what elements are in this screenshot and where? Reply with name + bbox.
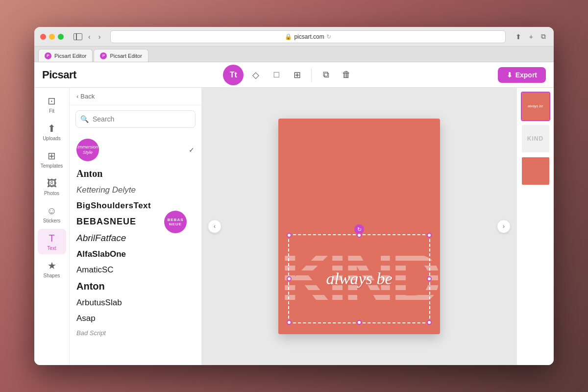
back-button[interactable]: ‹ Back xyxy=(76,93,95,100)
font-list-item-amatic[interactable]: AmaticSC xyxy=(70,262,201,278)
sidebar-item-templates-label: Templates xyxy=(41,163,63,169)
tab-1-label: Picsart Editor xyxy=(54,53,86,59)
back-browser-button[interactable]: ‹ xyxy=(86,32,93,42)
text-tool-button[interactable]: Tt xyxy=(223,65,244,85)
font-panel: ‹ Back 🔍 ImmersionStyle ✓ xyxy=(70,88,202,365)
lock-icon: 🔒 xyxy=(285,33,292,40)
traffic-lights xyxy=(40,34,64,40)
app-wrapper: Picsart Tt ◇ □ ⊞ ⧉ 🗑 ⬇ Export xyxy=(34,62,554,365)
browser-window: ‹ › 🔒 picsart.com ↻ ⬆ + ⧉ P Picsart Edit… xyxy=(34,27,554,365)
thumb-kind-preview: KIND xyxy=(522,125,549,152)
tab-overview-button[interactable]: ⧉ xyxy=(539,31,548,42)
font-list-item-anton[interactable]: Anton xyxy=(70,165,201,182)
sidebar-item-stickers-label: Stickers xyxy=(43,218,61,223)
selection-box: ↻ always be xyxy=(288,234,430,323)
main-content: ⊡ Fit ⬆ Uploads ⊞ Templates 🖼 Photos ☺ xyxy=(34,88,554,365)
font-name-label: AlfaSlabOne xyxy=(76,249,126,259)
shapes-icon: ★ xyxy=(48,260,56,271)
icon-sidebar: ⊡ Fit ⬆ Uploads ⊞ Templates 🖼 Photos ☺ xyxy=(34,88,70,365)
font-name-label: AbrilFatface xyxy=(76,233,126,244)
font-list: ImmersionStyle ✓ Anton Kettering Delyte xyxy=(70,133,201,365)
canvas-area: ‹ KIND ↻ xyxy=(202,88,516,365)
font-name-label: BEBASNEUE xyxy=(76,217,136,227)
always-be-text: always be xyxy=(326,270,392,288)
sidebar-item-fit[interactable]: ⊡ Fit xyxy=(38,92,66,117)
duplicate-tool-button[interactable]: ⧉ xyxy=(318,67,334,83)
sidebar-item-shapes-label: Shapes xyxy=(44,273,60,278)
thumb-coral-preview xyxy=(522,157,549,185)
panel-thumb-1[interactable]: always be xyxy=(521,92,550,121)
layers-tool-button[interactable]: ⊞ xyxy=(289,67,305,83)
back-chevron-icon: ‹ xyxy=(76,93,78,100)
browser-titlebar: ‹ › 🔒 picsart.com ↻ ⬆ + ⧉ xyxy=(34,27,554,47)
toolbar-separator xyxy=(311,68,312,82)
font-list-item-bebas[interactable]: BEBASNEUE BEBASNEUE xyxy=(70,214,201,230)
sidebar-item-stickers[interactable]: ☺ Stickers xyxy=(38,201,66,227)
chevron-right-icon: › xyxy=(503,223,505,230)
uploads-icon: ⬆ xyxy=(48,122,56,134)
font-list-item-bigshoulders[interactable]: BigShouldersText xyxy=(70,198,201,214)
font-panel-header: ‹ Back xyxy=(70,88,201,105)
sidebar-item-uploads[interactable]: ⬆ Uploads xyxy=(38,119,66,145)
header-toolbar: Tt ◇ □ ⊞ ⧉ 🗑 xyxy=(86,65,492,85)
font-list-item-arbutus[interactable]: ArbutusSlab xyxy=(70,295,201,311)
font-list-item[interactable]: ImmersionStyle ✓ xyxy=(70,135,201,165)
canvas-card[interactable]: KIND ↻ al xyxy=(278,119,440,334)
minimize-button[interactable] xyxy=(49,34,55,40)
close-button[interactable] xyxy=(40,34,46,40)
font-list-item-asap[interactable]: Asap xyxy=(70,311,201,326)
share-browser-button[interactable]: ⬆ xyxy=(514,32,523,42)
refresh-icon: ↻ xyxy=(326,33,331,40)
sidebar-item-text-label: Text xyxy=(47,245,56,251)
shape-tool-button[interactable]: □ xyxy=(268,67,285,83)
picsart-logo: Picsart xyxy=(42,69,76,81)
tab-bar: P Picsart Editor P Picsart Editor xyxy=(34,47,554,62)
tab-2[interactable]: P Picsart Editor xyxy=(94,49,148,62)
address-bar[interactable]: 🔒 picsart.com ↻ xyxy=(110,30,505,43)
panel-thumb-2[interactable]: KIND xyxy=(521,124,550,153)
fit-icon: ⊡ xyxy=(48,95,56,107)
text-icon: T xyxy=(49,233,54,244)
font-name-label: Kettering Delyte xyxy=(76,185,136,195)
sidebar-item-photos-label: Photos xyxy=(44,191,59,196)
export-button[interactable]: ⬇ Export xyxy=(498,67,546,83)
font-list-item-alfa[interactable]: AlfaSlabOne xyxy=(70,246,201,262)
tab-1[interactable]: P Picsart Editor xyxy=(38,49,93,62)
sidebar-item-templates[interactable]: ⊞ Templates xyxy=(38,147,66,172)
header-right: ⬇ Export xyxy=(498,67,546,83)
browser-controls: ‹ › xyxy=(72,32,102,42)
font-name-label: Anton xyxy=(76,281,105,292)
download-icon: ⬇ xyxy=(507,71,513,79)
thumb-always-be-preview: always be xyxy=(522,93,549,120)
picsart-tab-icon-2: P xyxy=(100,52,107,59)
font-name-label: BigShouldersText xyxy=(76,201,151,211)
app-header: Picsart Tt ◇ □ ⊞ ⧉ 🗑 ⬇ Export xyxy=(34,62,554,88)
sidebar-item-fit-label: Fit xyxy=(49,108,54,114)
sidebar-toggle-icon xyxy=(74,33,82,40)
right-panel: always be KIND xyxy=(516,88,554,365)
tab-2-label: Picsart Editor xyxy=(110,53,142,59)
search-icon: 🔍 xyxy=(80,115,89,123)
sidebar-item-shapes[interactable]: ★ Shapes xyxy=(38,256,66,282)
search-input[interactable] xyxy=(75,110,196,128)
forward-browser-button[interactable]: › xyxy=(97,32,103,42)
canvas-prev-button[interactable]: ‹ xyxy=(208,220,221,233)
new-tab-button[interactable]: + xyxy=(527,32,535,42)
font-list-item-abril[interactable]: AbrilFatface xyxy=(70,230,201,246)
font-name-label: Asap xyxy=(76,314,96,323)
maximize-button[interactable] xyxy=(58,34,64,40)
sidebar-item-text[interactable]: T Text xyxy=(38,229,66,254)
font-list-item-kettering[interactable]: Kettering Delyte xyxy=(70,182,201,198)
font-list-item-anton2[interactable]: Anton xyxy=(70,278,201,295)
selected-checkmark: ✓ xyxy=(189,146,195,154)
sidebar-item-photos[interactable]: 🖼 Photos xyxy=(38,174,66,199)
font-list-item-bad[interactable]: Bad Script xyxy=(70,326,201,340)
stickers-icon: ☺ xyxy=(47,205,56,217)
chevron-left-icon: ‹ xyxy=(214,223,216,230)
panel-thumb-3[interactable] xyxy=(521,156,550,186)
color-tool-button[interactable]: ◇ xyxy=(247,67,264,83)
font-name-label: AmaticSC xyxy=(76,265,114,275)
delete-tool-button[interactable]: 🗑 xyxy=(338,67,355,83)
canvas-next-button[interactable]: › xyxy=(497,220,511,233)
font-name-label: Anton xyxy=(76,168,102,179)
